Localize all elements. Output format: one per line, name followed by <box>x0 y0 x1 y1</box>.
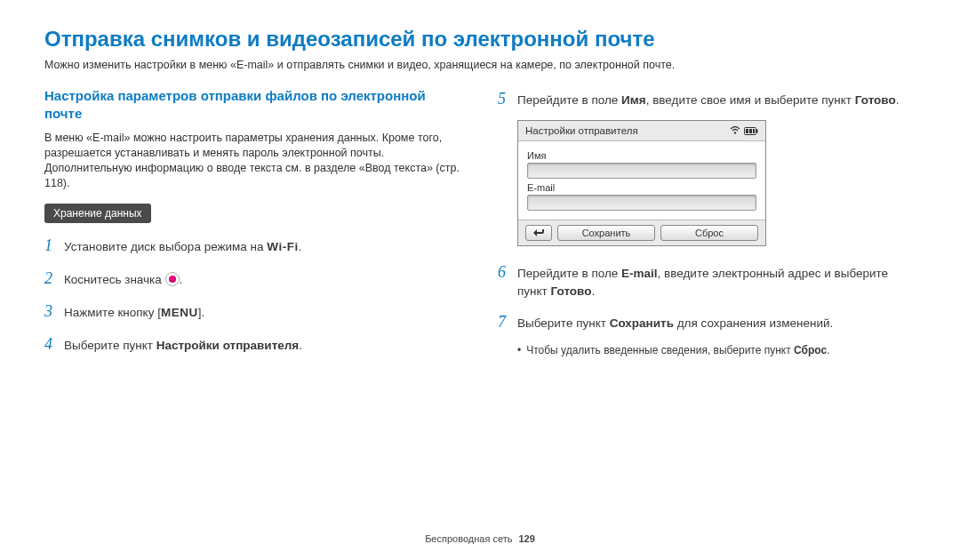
text: ]. <box>198 306 205 319</box>
section-title: Настройка параметров отправки файлов по … <box>44 87 462 122</box>
step-number: 2 <box>44 267 64 291</box>
text: Установите диск выбора режима на <box>64 240 267 253</box>
text: Перейдите в поле <box>517 267 621 280</box>
text: . <box>896 93 900 107</box>
text: , введите свое имя и выберите пункт <box>646 93 855 107</box>
device-screenshot: Настройки отправителя Имя E-mail <box>517 120 766 246</box>
battery-icon <box>744 127 758 135</box>
left-column: Настройка параметров отправки файлов по … <box>44 87 462 365</box>
text: Нажмите кнопку [ <box>64 306 161 319</box>
text: . <box>299 339 302 352</box>
email-label: E-mail <box>527 182 756 193</box>
step-number: 4 <box>44 332 64 356</box>
step-3: 3 Нажмите кнопку [MENU]. <box>44 300 462 324</box>
screenshot-title: Настройки отправителя <box>525 125 638 136</box>
step-2: 2 Коснитесь значка . <box>44 267 462 291</box>
save-button[interactable]: Сохранить <box>557 225 655 241</box>
step-7: 7 Выберите пункт Сохранить для сохранени… <box>498 310 916 334</box>
page-number: 129 <box>518 533 534 544</box>
text-bold: Сохранить <box>610 316 674 330</box>
text: . <box>299 240 302 253</box>
right-column: 5 Перейдите в поле Имя, введите свое имя… <box>498 87 916 365</box>
svg-rect-2 <box>756 129 758 132</box>
text-bold: Имя <box>621 93 646 107</box>
page-footer: Беспроводная сеть 129 <box>0 533 960 544</box>
svg-rect-3 <box>746 129 748 133</box>
mail-icon <box>165 272 180 286</box>
text: для сохранения изменений. <box>674 316 833 330</box>
text: . <box>827 344 829 356</box>
wifi-glyph: Wi-Fi <box>267 240 298 253</box>
step-4: 4 Выберите пункт Настройки отправителя. <box>44 332 462 356</box>
text-bold: E-mail <box>621 267 658 280</box>
section-paragraph: В меню «E-mail» можно настроить параметр… <box>44 131 462 191</box>
screenshot-footer: Сохранить Сброс <box>518 220 765 245</box>
step-text: Установите диск выбора режима на Wi-Fi. <box>64 238 462 256</box>
step-1: 1 Установите диск выбора режима на Wi-Fi… <box>44 234 462 258</box>
status-icons <box>730 126 758 135</box>
step-number: 5 <box>498 87 517 111</box>
svg-rect-4 <box>749 129 752 133</box>
step-text: Коснитесь значка . <box>64 271 462 289</box>
email-input[interactable] <box>527 195 756 211</box>
step-text: Перейдите в поле Имя, введите свое имя и… <box>517 92 916 109</box>
columns: Настройка параметров отправки файлов по … <box>44 87 916 365</box>
step-text: Нажмите кнопку [MENU]. <box>64 304 462 322</box>
footer-section: Беспроводная сеть <box>425 533 512 544</box>
screenshot-body: Имя E-mail <box>518 141 765 220</box>
svg-point-0 <box>734 132 736 133</box>
step-number: 1 <box>44 234 64 258</box>
text: . <box>591 284 595 298</box>
step-6: 6 Перейдите в поле E-mail, введите элект… <box>498 260 916 301</box>
text: Выберите пункт <box>517 316 610 330</box>
screenshot-header: Настройки отправителя <box>518 121 765 141</box>
text: . <box>180 273 183 286</box>
steps-left: 1 Установите диск выбора режима на Wi-Fi… <box>44 234 462 356</box>
bullet-text: Чтобы удалить введенные сведения, выбери… <box>526 343 829 358</box>
step-number: 3 <box>44 300 64 324</box>
reset-button[interactable]: Сброс <box>660 225 758 241</box>
text-bold: Настройки отправителя <box>156 339 300 352</box>
storage-tag: Хранение данных <box>44 204 151 223</box>
step-text: Выберите пункт Настройки отправителя. <box>64 337 462 355</box>
page-title: Отправка снимков и видеозаписей по элект… <box>44 27 916 52</box>
text-bold: Сброс <box>794 344 827 356</box>
text: Чтобы удалить введенные сведения, выбери… <box>526 344 794 356</box>
bullet-note: • Чтобы удалить введенные сведения, выбе… <box>517 343 916 358</box>
step-number: 6 <box>498 260 517 284</box>
intro-text: Можно изменить настройки в меню «E-mail»… <box>44 59 916 71</box>
steps-right: 5 Перейдите в поле Имя, введите свое имя… <box>498 87 916 357</box>
back-button[interactable] <box>525 225 552 241</box>
text: Коснитесь значка <box>64 273 165 286</box>
name-label: Имя <box>527 150 756 161</box>
step-text: Выберите пункт Сохранить для сохранения … <box>517 315 916 332</box>
svg-rect-5 <box>753 129 755 133</box>
wifi-icon <box>730 126 740 135</box>
text: Выберите пункт <box>64 339 156 352</box>
menu-glyph: MENU <box>161 306 198 319</box>
step-number: 7 <box>498 310 517 334</box>
name-input[interactable] <box>527 163 756 179</box>
step-text: Перейдите в поле E-mail, введите электро… <box>517 265 916 301</box>
step-5: 5 Перейдите в поле Имя, введите свое имя… <box>498 87 916 111</box>
text: Перейдите в поле <box>517 93 621 107</box>
back-arrow-icon <box>533 229 544 236</box>
text-bold: Готово <box>855 93 896 107</box>
text-bold: Готово <box>551 284 592 298</box>
bullet-icon: • <box>517 343 521 358</box>
